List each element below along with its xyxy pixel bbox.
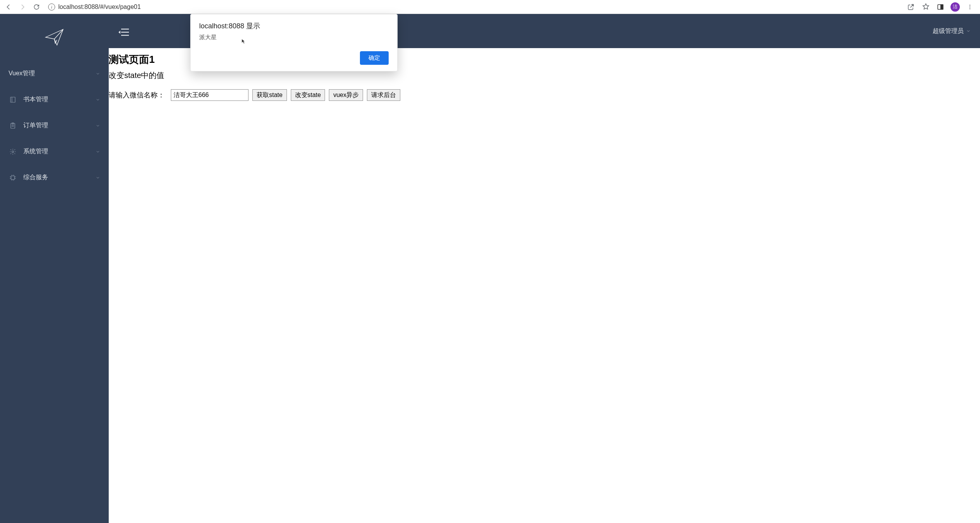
sidebar-item-label: 系统管理 [23,147,48,156]
chevron-down-icon [966,29,971,33]
reload-button[interactable] [32,2,41,12]
svg-rect-1 [941,5,943,9]
sidebar-item-system[interactable]: 系统管理 [0,139,109,165]
svg-rect-5 [10,97,15,102]
forward-button[interactable] [18,2,27,12]
logo [0,14,109,61]
sidebar-item-services[interactable]: 综合服务 [0,165,109,190]
cpu-icon [9,174,17,181]
share-icon[interactable] [906,2,916,12]
clipboard-icon [9,122,17,129]
sidebar-item-books[interactable]: 书本管理 [0,87,109,113]
chevron-down-icon [96,149,100,154]
back-button[interactable] [4,2,13,12]
panel-icon[interactable] [936,2,945,12]
chevron-down-icon [96,71,100,76]
sidebar: Vuex管理 书本管理 订单管理 [0,14,109,523]
dialog-title: localhost:8088 显示 [199,21,389,31]
profile-avatar[interactable]: 洁 [950,2,960,12]
url-text: localhost:8088/#/vuex/page01 [58,3,141,10]
form-row: 请输入微信名称： 获取state 改变state vuex异步 请求后台 [109,89,980,101]
alert-dialog: localhost:8088 显示 派大星 确定 [190,14,398,71]
paper-plane-icon [44,27,65,48]
svg-rect-12 [11,176,15,179]
sidebar-item-vuex[interactable]: Vuex管理 [0,61,109,87]
svg-point-3 [970,6,970,7]
get-state-button[interactable]: 获取state [252,89,287,101]
collapse-menu-button[interactable] [118,27,129,35]
sidebar-item-label: 综合服务 [23,173,48,182]
chevron-down-icon [96,123,100,128]
user-menu[interactable]: 超级管理员 [933,27,971,35]
browser-actions: 洁 [906,2,976,12]
kebab-menu-icon[interactable] [965,2,975,12]
book-icon [9,96,17,103]
dialog-footer: 确定 [199,51,389,65]
user-label: 超级管理员 [933,27,964,35]
avatar-letter: 洁 [953,3,957,10]
sidebar-item-label: 订单管理 [23,121,48,130]
page-subtitle: 改变state中的值 [109,70,980,81]
wechat-name-input[interactable] [171,89,248,101]
address-bar[interactable]: i localhost:8088/#/vuex/page01 [46,3,902,10]
main-area: 超级管理员 测试页面1 改变state中的值 请输入微信名称： 获取state … [109,14,980,523]
chevron-down-icon [96,97,100,102]
svg-point-4 [970,8,970,9]
input-label: 请输入微信名称： [109,90,165,100]
chevron-down-icon [96,175,100,180]
sidebar-item-orders[interactable]: 订单管理 [0,113,109,139]
browser-toolbar: i localhost:8088/#/vuex/page01 洁 [0,0,980,14]
dialog-ok-button[interactable]: 确定 [360,51,389,65]
svg-point-11 [12,151,14,152]
gear-icon [9,148,17,155]
sidebar-item-label: 书本管理 [23,95,48,104]
app-root: Vuex管理 书本管理 订单管理 [0,14,980,523]
change-state-button[interactable]: 改变state [291,89,325,101]
request-backend-button[interactable]: 请求后台 [367,89,400,101]
site-info-icon[interactable]: i [48,3,55,10]
svg-point-2 [970,5,970,5]
sidebar-item-label: Vuex管理 [9,69,35,78]
bookmark-star-icon[interactable] [921,2,930,12]
vuex-async-button[interactable]: vuex异步 [329,89,363,101]
cursor-icon [241,38,247,44]
dialog-message: 派大星 [199,34,389,41]
